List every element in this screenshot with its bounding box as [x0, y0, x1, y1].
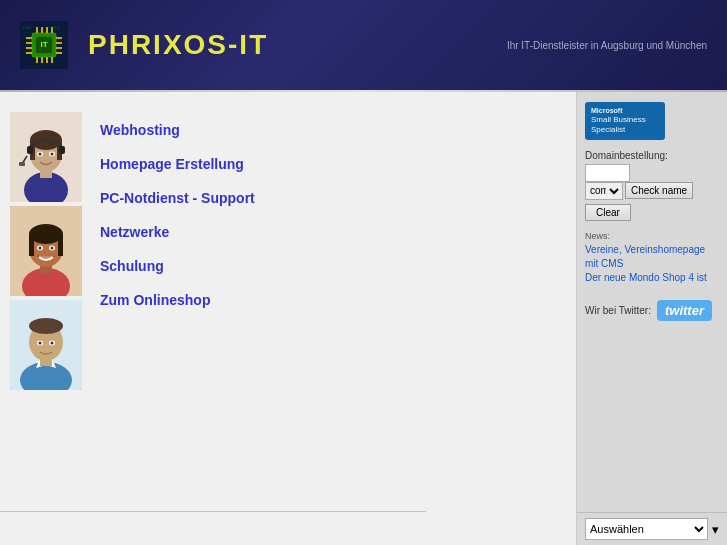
- news-item-1[interactable]: Vereine, Vereinshomepage mit CMS: [585, 243, 719, 271]
- svg-rect-15: [41, 57, 43, 63]
- nav-netzwerke[interactable]: Netzwerke: [100, 224, 255, 240]
- svg-point-56: [39, 342, 42, 345]
- chip-icon: IT 0101 1010: [20, 21, 68, 69]
- twitter-badge[interactable]: twitter: [657, 300, 712, 321]
- svg-rect-17: [51, 57, 53, 63]
- nav-schulung[interactable]: Schulung: [100, 258, 255, 274]
- svg-rect-6: [56, 37, 62, 39]
- news-section: News: Vereine, Vereinshomepage mit CMS D…: [585, 231, 719, 285]
- svg-rect-5: [26, 52, 32, 54]
- person-image-2: [10, 206, 82, 296]
- domain-label: Domainbestellung:: [585, 150, 719, 161]
- svg-rect-2: [26, 37, 32, 39]
- svg-point-31: [39, 153, 42, 156]
- check-name-button[interactable]: Check name: [625, 182, 693, 199]
- svg-rect-7: [56, 42, 62, 44]
- svg-text:1010: 1010: [50, 25, 60, 30]
- twitter-label: Wir bei Twitter:: [585, 305, 651, 316]
- ms-badge-line2: Small Business: [591, 115, 659, 125]
- svg-rect-8: [56, 47, 62, 49]
- svg-rect-11: [41, 27, 43, 33]
- svg-point-46: [39, 247, 42, 250]
- svg-point-47: [51, 247, 54, 250]
- main-container: Webhosting Homepage Erstellung PC-Notdie…: [0, 92, 727, 545]
- site-tagline: Ihr IT-Dienstleister in Augsburg und Mün…: [507, 40, 707, 51]
- nav-webhosting[interactable]: Webhosting: [100, 122, 255, 138]
- svg-rect-3: [26, 42, 32, 44]
- svg-point-41: [29, 224, 63, 244]
- svg-rect-4: [26, 47, 32, 49]
- svg-text:IT: IT: [40, 40, 47, 49]
- news-item-2[interactable]: Der neue Mondo Shop 4 ist: [585, 271, 719, 285]
- svg-rect-36: [19, 162, 25, 166]
- nav-links: Webhosting Homepage Erstellung PC-Notdie…: [100, 122, 255, 308]
- sidebar: Microsoft Small Business Specialist Doma…: [577, 92, 727, 545]
- person-image-3: [10, 300, 82, 390]
- ms-badge-line1: Microsoft: [591, 106, 659, 115]
- nav-onlineshop[interactable]: Zum Onlineshop: [100, 292, 255, 308]
- svg-rect-43: [58, 234, 63, 256]
- bottom-select[interactable]: Auswählen: [585, 518, 708, 540]
- content-area: Webhosting Homepage Erstellung PC-Notdie…: [0, 92, 577, 545]
- svg-rect-10: [36, 27, 38, 33]
- svg-rect-12: [46, 27, 48, 33]
- svg-rect-42: [29, 234, 34, 256]
- ms-badge-line3: Specialist: [591, 125, 659, 135]
- twitter-section: Wir bei Twitter: twitter: [585, 300, 719, 321]
- svg-rect-14: [36, 57, 38, 63]
- svg-rect-16: [46, 57, 48, 63]
- bottom-select-chevron-icon: ▾: [712, 522, 719, 537]
- bottom-bar: Auswählen ▾: [577, 512, 727, 545]
- ms-badge: Microsoft Small Business Specialist: [585, 102, 665, 140]
- domain-input[interactable]: [585, 164, 630, 182]
- people-column: [10, 112, 90, 394]
- svg-point-32: [51, 153, 54, 156]
- nav-homepage[interactable]: Homepage Erstellung: [100, 156, 255, 172]
- clear-button[interactable]: Clear: [585, 204, 631, 221]
- domain-section: Domainbestellung: com de net org info Ch…: [585, 150, 719, 221]
- bottom-divider: [0, 511, 426, 512]
- domain-input-row: com de net org info Check name: [585, 182, 719, 200]
- news-label: News:: [585, 231, 719, 241]
- svg-point-53: [29, 318, 63, 334]
- svg-point-57: [51, 342, 54, 345]
- svg-rect-33: [27, 146, 33, 154]
- nav-pc-support[interactable]: PC-Notdienst - Support: [100, 190, 255, 206]
- page-header: IT 0101 1010 PHRIXOS-IT Ihr IT-Dienstlei…: [0, 0, 727, 90]
- svg-text:0101: 0101: [22, 25, 32, 30]
- svg-rect-34: [59, 146, 65, 154]
- svg-rect-9: [56, 52, 62, 54]
- site-title: PHRIXOS-IT: [88, 29, 268, 61]
- domain-ext-select[interactable]: com de net org info: [585, 182, 623, 200]
- person-image-1: [10, 112, 82, 202]
